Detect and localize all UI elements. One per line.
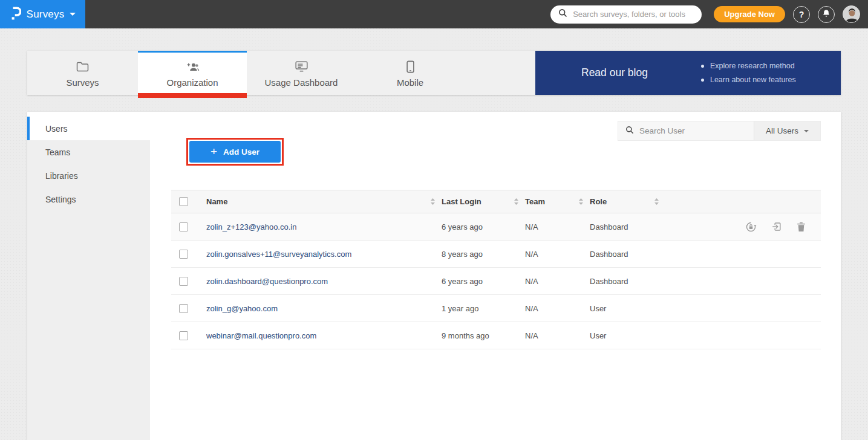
last-login-value: 8 years ago <box>442 250 483 259</box>
tabstrip-filler <box>465 51 535 95</box>
user-name-link[interactable]: zolin.dashboard@questionpro.com <box>206 277 328 286</box>
blog-promo-banner[interactable]: Read our blog Explore research method Le… <box>535 51 841 95</box>
column-header-last-login: Last Login <box>442 197 481 206</box>
topbar: Surveys Upgrade Now ? <box>0 0 868 28</box>
sort-icon[interactable] <box>430 198 436 205</box>
sidebar-item-libraries[interactable]: Libraries <box>27 164 150 187</box>
table-row: zolin_g@yahoo.com 1 year ago N/A User <box>171 295 821 322</box>
user-name-link[interactable]: zolin.gonsalves+11@surveyanalytics.com <box>206 250 351 259</box>
search-icon <box>558 8 567 20</box>
last-login-value: 6 years ago <box>442 222 483 231</box>
reset-password-icon[interactable] <box>745 221 757 233</box>
row-checkbox[interactable] <box>179 331 188 340</box>
table-header: Name Last Login Team Role <box>171 190 821 213</box>
product-label: Surveys <box>27 8 65 21</box>
sidebar-item-users[interactable]: Users <box>27 117 150 140</box>
user-toolbar: All Users <box>618 121 821 141</box>
user-filter-dropdown[interactable]: All Users <box>754 121 820 140</box>
tab-usage-dashboard[interactable]: Usage Dashboard <box>247 51 356 95</box>
team-value: N/A <box>525 222 538 231</box>
sort-icon[interactable] <box>654 198 659 205</box>
chevron-down-icon <box>70 13 76 16</box>
role-value: Dashboard <box>590 277 628 286</box>
role-value: User <box>590 304 606 313</box>
team-value: N/A <box>525 277 538 286</box>
search-icon <box>625 126 634 137</box>
table-row: zolin.dashboard@questionpro.com 6 years … <box>171 268 821 295</box>
user-name-link[interactable]: webinar@mail.questionpro.com <box>206 331 316 340</box>
notifications-button[interactable] <box>818 6 835 23</box>
last-login-value: 6 years ago <box>442 277 483 286</box>
organization-panel: Users Teams Libraries Settings All Users… <box>27 112 841 440</box>
table-body: zolin_z+123@yahoo.co.in 6 years ago N/A … <box>171 213 821 349</box>
delete-icon[interactable] <box>797 222 806 232</box>
dashboard-monitor-icon <box>295 60 308 73</box>
column-header-role: Role <box>590 197 607 206</box>
sort-icon[interactable] <box>578 198 584 205</box>
mobile-phone-icon <box>406 60 414 73</box>
tab-label: Mobile <box>397 77 423 88</box>
promo-bullet: Learn about new features <box>701 73 796 87</box>
column-header-name: Name <box>206 197 227 206</box>
annotation-highlight-box: + Add User <box>186 138 284 166</box>
team-value: N/A <box>525 250 538 259</box>
help-button[interactable]: ? <box>793 6 810 23</box>
chevron-down-icon <box>804 130 809 132</box>
row-checkbox[interactable] <box>179 250 188 259</box>
last-login-value: 1 year ago <box>442 304 478 313</box>
users-main: All Users + Add User Name Last Login <box>150 112 841 440</box>
tab-label: Organization <box>166 77 218 88</box>
table-row: webinar@mail.questionpro.com 9 months ag… <box>171 322 821 349</box>
brand-product-switcher[interactable]: Surveys <box>0 0 85 28</box>
table-row: zolin.gonsalves+11@surveyanalytics.com 8… <box>171 241 821 268</box>
user-name-link[interactable]: zolin_g@yahoo.com <box>206 304 278 313</box>
row-checkbox[interactable] <box>179 222 188 231</box>
user-search[interactable] <box>618 121 754 140</box>
tab-mobile[interactable]: Mobile <box>356 51 465 95</box>
global-search[interactable] <box>550 5 702 24</box>
tab-organization[interactable]: Organization <box>138 51 247 95</box>
user-search-input[interactable] <box>639 126 746 135</box>
questionpro-logo-icon <box>10 6 21 23</box>
tab-label: Usage Dashboard <box>265 77 338 88</box>
role-value: User <box>590 331 606 340</box>
annotation-red-underline <box>138 93 247 98</box>
promo-bullet: Explore research method <box>701 59 796 73</box>
row-checkbox[interactable] <box>179 304 188 313</box>
plus-icon: + <box>210 146 217 157</box>
team-value: N/A <box>525 331 538 340</box>
login-as-user-icon[interactable] <box>771 221 782 232</box>
sort-icon[interactable] <box>514 198 519 205</box>
column-header-team: Team <box>525 197 545 206</box>
org-sidebar: Users Teams Libraries Settings <box>27 112 150 440</box>
global-search-input[interactable] <box>573 10 694 19</box>
sidebar-item-teams[interactable]: Teams <box>27 140 150 164</box>
upgrade-now-button[interactable]: Upgrade Now <box>714 6 785 22</box>
row-checkbox[interactable] <box>179 277 188 286</box>
add-user-button[interactable]: + Add User <box>189 141 281 163</box>
users-table: Name Last Login Team Role zo <box>171 190 821 349</box>
bell-icon <box>822 9 830 20</box>
sidebar-filler <box>27 211 150 440</box>
user-avatar[interactable] <box>843 5 860 23</box>
sidebar-item-settings[interactable]: Settings <box>27 187 150 211</box>
user-name-link[interactable]: zolin_z+123@yahoo.co.in <box>206 222 296 231</box>
person-add-icon <box>186 60 200 73</box>
question-mark-icon: ? <box>799 10 804 19</box>
table-row: zolin_z+123@yahoo.co.in 6 years ago N/A … <box>171 213 821 241</box>
role-value: Dashboard <box>590 250 628 259</box>
role-value: Dashboard <box>590 222 628 231</box>
team-value: N/A <box>525 304 538 313</box>
select-all-checkbox[interactable] <box>179 197 188 206</box>
tab-surveys[interactable]: Surveys <box>27 51 138 95</box>
last-login-value: 9 months ago <box>442 331 489 340</box>
promo-title: Read our blog <box>581 66 648 79</box>
promo-bullet-list: Explore research method Learn about new … <box>701 59 796 87</box>
folder-icon <box>76 60 89 73</box>
tabstrip: Surveys Organization Usage Dashboard Mob… <box>27 51 841 95</box>
tab-label: Surveys <box>66 77 99 88</box>
